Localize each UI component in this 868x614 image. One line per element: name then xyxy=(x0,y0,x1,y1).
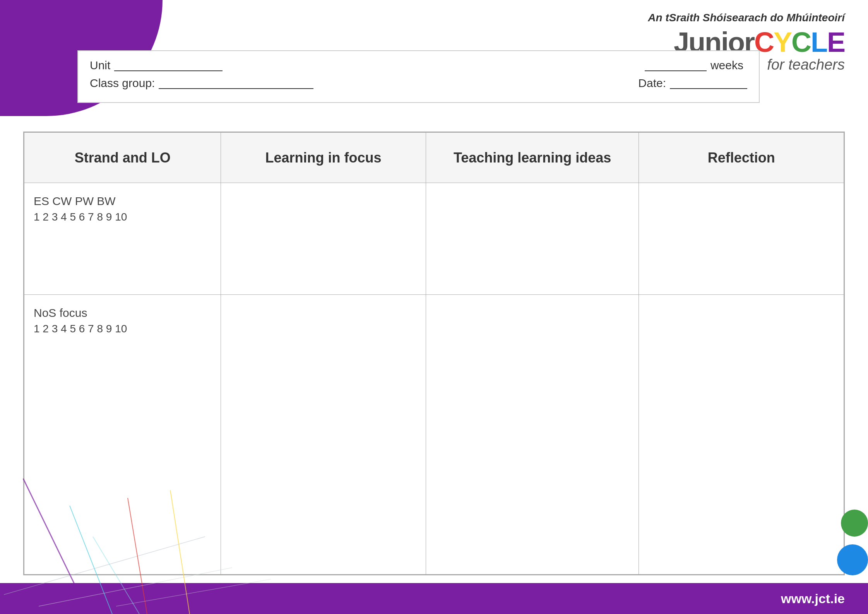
class-group-input[interactable] xyxy=(159,77,313,89)
website-url: www.jct.ie xyxy=(781,591,845,606)
teaching-cell-2[interactable] xyxy=(426,295,639,575)
unit-input[interactable] xyxy=(114,60,223,71)
weeks-field: weeks xyxy=(645,59,747,72)
learning-cell-1[interactable] xyxy=(221,183,426,295)
date-field: Date: xyxy=(638,77,747,90)
unit-field: Unit xyxy=(90,59,223,72)
nos-numbers: 1 2 3 4 5 6 7 8 9 10 xyxy=(34,323,211,335)
main-table: Strand and LO Learning in focus Teaching… xyxy=(24,132,844,575)
main-table-container: Strand and LO Learning in focus Teaching… xyxy=(23,132,845,575)
logo-tagline: An tSraith Shóisearach do Mhúinteoirí xyxy=(648,12,845,24)
strand-numbers-1: 1 2 3 4 5 6 7 8 9 10 xyxy=(34,211,211,223)
form-area: Unit weeks Class group: Date: xyxy=(77,50,760,103)
form-row-1: Unit weeks xyxy=(90,59,747,72)
weeks-label: weeks xyxy=(710,59,743,72)
table-row-1: ES CW PW BW 1 2 3 4 5 6 7 8 9 10 xyxy=(24,183,844,295)
class-group-field: Class group: xyxy=(90,77,313,90)
teaching-cell-1[interactable] xyxy=(426,183,639,295)
unit-label: Unit xyxy=(90,59,110,72)
header-reflection: Reflection xyxy=(639,133,844,183)
nos-label: NoS focus xyxy=(34,306,211,320)
circle-blue-decoration xyxy=(837,544,868,575)
header-teaching: Teaching learning ideas xyxy=(426,133,639,183)
reflection-cell-2[interactable] xyxy=(639,295,844,575)
strand-cell-2: NoS focus 1 2 3 4 5 6 7 8 9 10 xyxy=(24,295,221,575)
date-label: Date: xyxy=(638,77,666,90)
logo-cycle-text: CYCLE xyxy=(754,26,845,58)
date-input[interactable] xyxy=(670,77,747,89)
bottom-bar: www.jct.ie xyxy=(0,583,868,614)
strand-content-2: NoS focus 1 2 3 4 5 6 7 8 9 10 xyxy=(34,303,211,335)
weeks-input[interactable] xyxy=(645,60,707,71)
class-group-label: Class group: xyxy=(90,77,155,90)
table-header-row: Strand and LO Learning in focus Teaching… xyxy=(24,133,844,183)
header-strand: Strand and LO xyxy=(24,133,221,183)
strand-content-1: ES CW PW BW 1 2 3 4 5 6 7 8 9 10 xyxy=(34,191,211,223)
header-learning: Learning in focus xyxy=(221,133,426,183)
strand-cell-1: ES CW PW BW 1 2 3 4 5 6 7 8 9 10 xyxy=(24,183,221,295)
strand-label-1: ES CW PW BW xyxy=(34,195,211,208)
table-row-2: NoS focus 1 2 3 4 5 6 7 8 9 10 xyxy=(24,295,844,575)
form-row-2: Class group: Date: xyxy=(90,77,747,90)
learning-cell-2[interactable] xyxy=(221,295,426,575)
circle-green-decoration xyxy=(841,510,868,537)
reflection-cell-1[interactable] xyxy=(639,183,844,295)
